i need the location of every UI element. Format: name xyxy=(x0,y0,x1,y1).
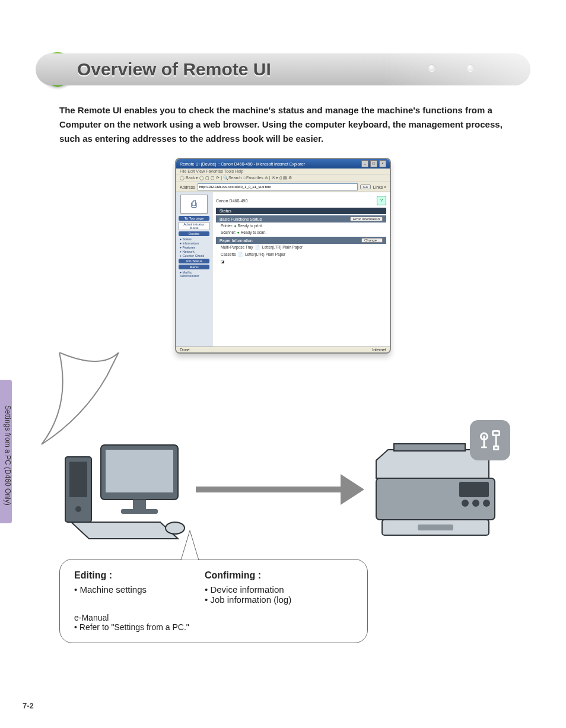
menu-button[interactable]: Menu xyxy=(179,265,209,269)
mail-admin-link[interactable]: Mail to Administrator xyxy=(180,271,208,278)
section-heading: Overview of Remote UI xyxy=(36,53,530,85)
feature-callout: Editing : Machine settings Confirming : … xyxy=(59,559,368,643)
printer-status: Ready to print. xyxy=(238,224,263,228)
scanner-label: Scanner: xyxy=(221,230,236,234)
editing-heading: Editing : xyxy=(74,570,187,581)
sidebar-item-features[interactable]: Features xyxy=(180,246,208,249)
help-icon[interactable]: ? xyxy=(377,196,386,205)
svg-rect-5 xyxy=(133,500,146,510)
svg-rect-16 xyxy=(418,524,453,530)
sidebar-item-status[interactable]: Status xyxy=(180,237,208,241)
decor-dot-icon xyxy=(467,64,474,71)
svg-point-14 xyxy=(483,500,490,507)
address-input[interactable] xyxy=(198,183,358,190)
chapter-side-tab: Settings from a PC (D460 Only) xyxy=(0,380,12,523)
svg-point-12 xyxy=(462,500,469,507)
svg-rect-9 xyxy=(394,444,465,451)
editing-item: Machine settings xyxy=(74,584,187,595)
close-icon[interactable]: × xyxy=(379,160,386,167)
basic-functions-header: Basic Functions Status xyxy=(220,217,262,221)
svg-rect-11 xyxy=(459,482,489,497)
job-status-button[interactable]: Job Status xyxy=(179,259,209,263)
mp-tray-value: Letter(LTR) Plain Paper xyxy=(262,245,303,249)
confirming-item: Device information xyxy=(205,584,317,595)
speech-tail-icon xyxy=(36,352,142,447)
error-info-button[interactable]: Error Information xyxy=(350,217,383,221)
emanual-label: e-Manual xyxy=(74,613,353,622)
window-title: Remote UI (Device) :: Canon D460-490 - M… xyxy=(180,162,305,166)
heading-text: Overview of Remote UI xyxy=(77,59,271,80)
device-logo-icon: ⎙ xyxy=(180,195,208,214)
minimize-icon[interactable]: _ xyxy=(361,160,368,167)
svg-rect-1 xyxy=(69,462,87,497)
intro-paragraph: The Remote UI enables you to check the m… xyxy=(59,103,510,146)
callout-pointer-icon xyxy=(178,530,202,560)
refer-text: Refer to "Settings from a PC." xyxy=(74,622,353,632)
svg-point-13 xyxy=(472,500,479,507)
go-button[interactable]: Go xyxy=(360,185,371,189)
maximize-icon[interactable]: ▢ xyxy=(370,160,377,167)
scanner-status: Ready to scan. xyxy=(241,230,266,234)
computer-illustration xyxy=(59,439,190,540)
device-name: Canon D460-490 xyxy=(216,199,247,203)
change-button[interactable]: Change... xyxy=(361,238,383,243)
to-top-button[interactable]: To Top page xyxy=(179,216,209,221)
cassette-label: Cassette xyxy=(221,252,236,256)
svg-rect-6 xyxy=(121,509,158,514)
admin-mode-label: Administrator Mode xyxy=(179,222,209,230)
confirming-item: Job information (log) xyxy=(205,595,317,605)
remote-ui-sidebar: ⎙ To Top page Administrator Mode Device … xyxy=(176,192,212,346)
remote-ui-screenshot: Remote UI (Device) :: Canon D460-490 - M… xyxy=(175,158,391,354)
settings-tools-icon xyxy=(470,420,510,460)
printer-label: Printer: xyxy=(221,224,233,228)
links-label[interactable]: Links » xyxy=(373,185,386,189)
cassette-value: Letter(LTR) Plain Paper xyxy=(245,252,285,256)
status-done: Done xyxy=(180,348,190,352)
confirming-heading: Confirming : xyxy=(205,570,317,581)
sidebar-item-information[interactable]: Information xyxy=(180,241,208,245)
menu-bar[interactable]: File Edit View Favorites Tools Help xyxy=(176,169,390,174)
paper-info-header: Paper Information xyxy=(220,239,253,243)
window-controls: _ ▢ × xyxy=(361,160,386,167)
sidebar-item-network[interactable]: Network xyxy=(180,250,208,253)
sidebar-item-counter[interactable]: Counter Check xyxy=(180,254,208,257)
tool-bar[interactable]: ◯ Back ▾ ◯ ▢ ▢ ⟳ | 🔍Search ☆Favorites ⊘ … xyxy=(176,174,390,182)
arrow-right-icon xyxy=(196,474,364,505)
status-header: Status xyxy=(216,208,386,214)
device-button[interactable]: Device xyxy=(179,231,209,236)
address-label: Address xyxy=(180,185,195,189)
status-zone: Internet xyxy=(372,348,386,352)
svg-rect-4 xyxy=(106,450,173,492)
mp-tray-label: Multi-Purpose Tray xyxy=(221,245,253,249)
page-number: 7-2 xyxy=(23,701,34,710)
decor-dot-icon xyxy=(428,64,435,71)
svg-point-2 xyxy=(75,506,81,512)
